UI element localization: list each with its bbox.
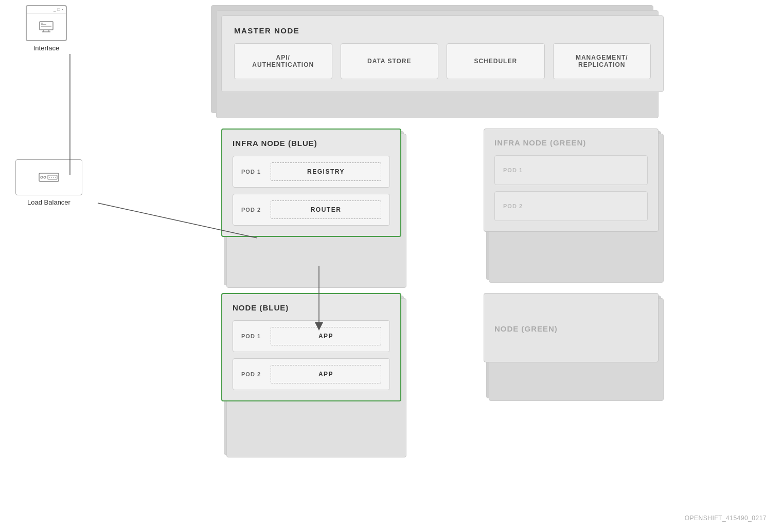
interface-label: Interface bbox=[33, 44, 60, 52]
diagram-container: _□× Interface bbox=[0, 0, 782, 532]
infra-node-green-title: INFRA NODE (GREEN) bbox=[494, 138, 648, 147]
svg-point-8 bbox=[41, 176, 43, 178]
interface-box: _□× Interface bbox=[26, 5, 67, 52]
infra-blue-pod1-component: REGISTRY bbox=[271, 162, 381, 181]
node-blue-pod2-row: POD 2 APP bbox=[233, 358, 390, 390]
node-green-title: NODE (GREEN) bbox=[494, 324, 648, 333]
node-blue-pod2-label: POD 2 bbox=[241, 371, 264, 377]
infra-node-green: INFRA NODE (GREEN) POD 1 POD 2 bbox=[484, 129, 659, 232]
node-blue-pod2-component: APP bbox=[271, 365, 381, 383]
infra-node-blue: INFRA NODE (BLUE) POD 1 REGISTRY POD 2 R… bbox=[221, 129, 401, 237]
infra-green-pod2-row: POD 2 bbox=[494, 191, 648, 221]
infra-node-blue-title: INFRA NODE (BLUE) bbox=[233, 139, 390, 148]
node-blue-wrapper: NODE (BLUE) POD 1 APP POD 2 APP bbox=[221, 293, 401, 401]
infra-node-blue-wrapper: INFRA NODE (BLUE) POD 1 REGISTRY POD 2 R… bbox=[221, 129, 401, 237]
load-balancer-icon bbox=[15, 159, 82, 195]
interface-icon: _□× bbox=[26, 5, 67, 41]
master-component-api: API/AUTHENTICATION bbox=[234, 43, 332, 79]
node-blue-pod1-label: POD 1 bbox=[241, 333, 264, 339]
master-component-datastore: DATA STORE bbox=[341, 43, 439, 79]
node-green-wrapper: NODE (GREEN) bbox=[484, 293, 659, 362]
svg-point-9 bbox=[44, 176, 46, 178]
infra-green-pod1-label: POD 1 bbox=[503, 167, 523, 173]
watermark: OPENSHIFT_415490_0217 bbox=[685, 515, 767, 522]
infra-blue-pod2-component: ROUTER bbox=[271, 200, 381, 219]
master-node: MASTER NODE API/AUTHENTICATION DATA STOR… bbox=[221, 15, 664, 92]
infra-green-pod2-label: POD 2 bbox=[503, 203, 523, 209]
master-node-title: MASTER NODE bbox=[234, 26, 651, 35]
node-blue: NODE (BLUE) POD 1 APP POD 2 APP bbox=[221, 293, 401, 401]
infra-blue-pod2-label: POD 2 bbox=[241, 207, 264, 213]
master-component-management: MANAGEMENT/REPLICATION bbox=[553, 43, 651, 79]
load-balancer-label: Load Balancer bbox=[27, 198, 70, 206]
master-component-scheduler: SCHEDULER bbox=[447, 43, 545, 79]
node-blue-pod1-row: POD 1 APP bbox=[233, 320, 390, 352]
load-balancer-box: Load Balancer bbox=[15, 159, 82, 206]
node-blue-pod1-component: APP bbox=[271, 327, 381, 345]
infra-green-pod1-row: POD 1 bbox=[494, 155, 648, 185]
infra-node-green-wrapper: INFRA NODE (GREEN) POD 1 POD 2 bbox=[484, 129, 659, 232]
infra-blue-pod1-label: POD 1 bbox=[241, 169, 264, 175]
infra-blue-pod2-row: POD 2 ROUTER bbox=[233, 194, 390, 226]
infra-blue-pod1-row: POD 1 REGISTRY bbox=[233, 156, 390, 188]
node-green: NODE (GREEN) bbox=[484, 293, 659, 362]
node-blue-title: NODE (BLUE) bbox=[233, 303, 390, 312]
master-components: API/AUTHENTICATION DATA STORE SCHEDULER … bbox=[234, 43, 651, 79]
